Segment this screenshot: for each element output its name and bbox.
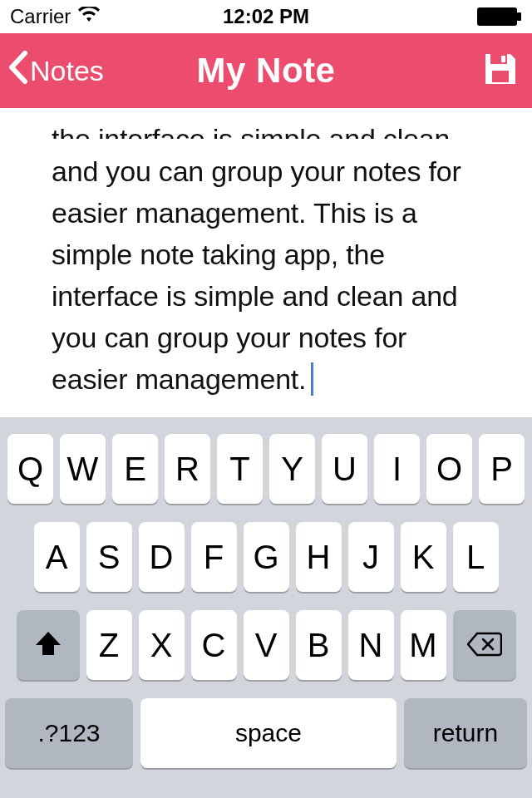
svg-rect-0 (477, 7, 517, 26)
keyboard-row-1: QWERTYUIOP (5, 434, 527, 504)
page-title: My Note (197, 51, 336, 91)
keyboard-row-3: ZXCVBNM (5, 610, 527, 680)
mode-key[interactable]: .?123 (5, 698, 133, 768)
status-left: Carrier (10, 5, 101, 28)
key-k[interactable]: K (401, 522, 446, 592)
space-key[interactable]: space (140, 698, 397, 768)
back-button[interactable]: Notes (7, 50, 104, 91)
backspace-icon (467, 627, 502, 664)
backspace-key[interactable] (453, 610, 516, 680)
key-z[interactable]: Z (86, 610, 132, 680)
keyboard-row-2: ASDFGHJKL (5, 522, 527, 592)
nav-bar: Notes My Note (0, 33, 532, 108)
key-s[interactable]: S (86, 522, 132, 592)
key-x[interactable]: X (139, 610, 185, 680)
key-h[interactable]: H (296, 522, 342, 592)
key-t[interactable]: T (217, 434, 263, 504)
keyboard-row-4: .?123 space return (5, 698, 527, 768)
wifi-icon (77, 5, 101, 28)
back-label: Notes (30, 55, 104, 87)
note-body: and you can group your notes for easier … (52, 155, 461, 395)
key-d[interactable]: D (139, 522, 185, 592)
key-n[interactable]: N (348, 610, 394, 680)
key-l[interactable]: L (453, 522, 499, 592)
battery-icon (477, 7, 522, 26)
key-u[interactable]: U (322, 434, 367, 504)
keyboard: QWERTYUIOP ASDFGHJKL ZXCVBNM .?123 space… (0, 417, 532, 798)
key-b[interactable]: B (296, 610, 342, 680)
carrier-label: Carrier (10, 5, 71, 28)
key-q[interactable]: Q (7, 434, 53, 504)
key-w[interactable]: W (60, 434, 106, 504)
key-j[interactable]: J (348, 522, 394, 592)
key-i[interactable]: I (374, 434, 420, 504)
key-c[interactable]: C (191, 610, 237, 680)
key-a[interactable]: A (34, 522, 80, 592)
svg-rect-1 (517, 12, 521, 21)
status-time: 12:02 PM (223, 5, 309, 28)
shift-key[interactable] (17, 610, 80, 680)
key-f[interactable]: F (191, 522, 237, 592)
svg-rect-3 (501, 56, 505, 62)
key-o[interactable]: O (426, 434, 472, 504)
key-e[interactable]: E (112, 434, 158, 504)
note-text: and you can group your notes for easier … (52, 151, 485, 401)
key-g[interactable]: G (244, 522, 289, 592)
save-icon (480, 77, 520, 91)
key-m[interactable]: M (401, 610, 446, 680)
shift-icon (34, 627, 62, 664)
key-v[interactable]: V (244, 610, 289, 680)
key-p[interactable]: P (479, 434, 525, 504)
svg-rect-6 (492, 71, 509, 82)
note-editor[interactable]: the interface is simple and clean and yo… (0, 108, 532, 417)
status-bar: Carrier 12:02 PM (0, 0, 532, 33)
note-text-partial: the interface is simple and clean (52, 119, 485, 139)
chevron-left-icon (7, 50, 28, 91)
return-key[interactable]: return (404, 698, 527, 768)
key-y[interactable]: Y (269, 434, 315, 504)
text-cursor (311, 362, 313, 396)
save-button[interactable] (480, 49, 520, 92)
key-r[interactable]: R (165, 434, 210, 504)
